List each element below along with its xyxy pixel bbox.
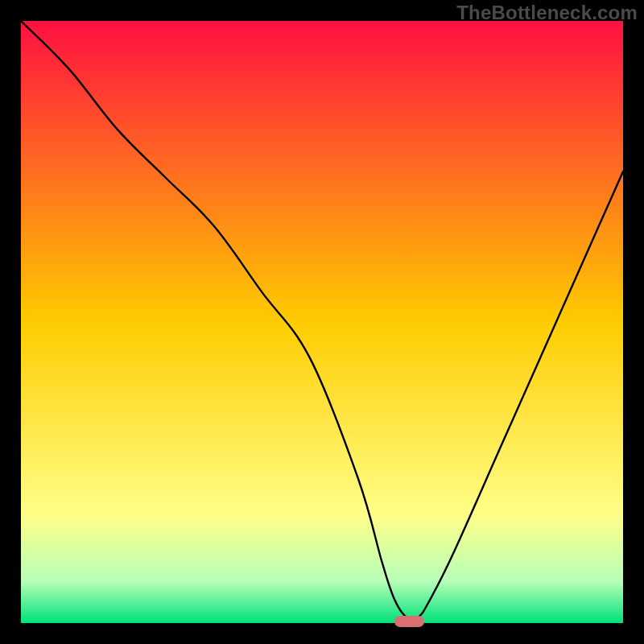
chart-frame: TheBottleneck.com: [0, 0, 644, 644]
gradient-background: [21, 21, 623, 623]
plot-area: [21, 21, 623, 623]
plot-svg: [21, 21, 623, 623]
optimal-range-marker: [394, 616, 424, 627]
